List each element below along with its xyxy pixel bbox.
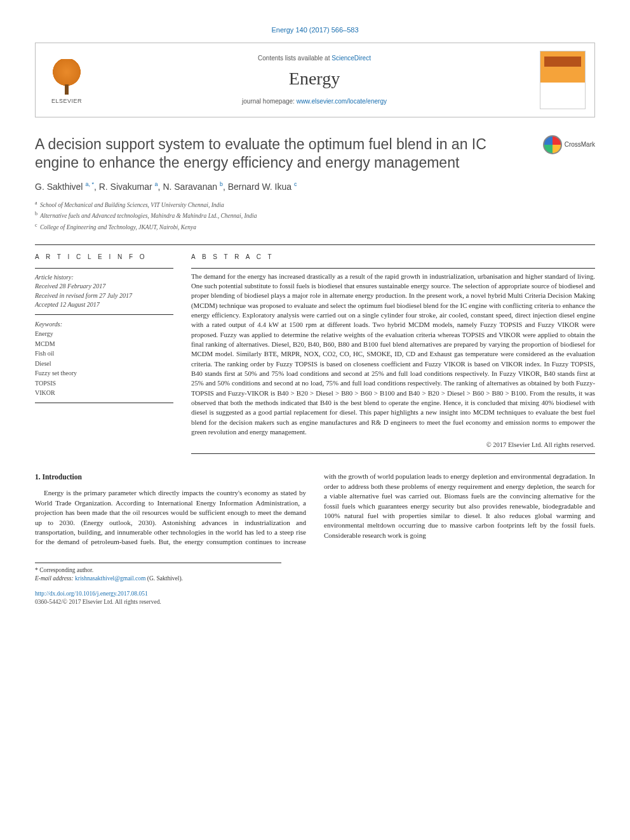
sciencedirect-link[interactable]: ScienceDirect xyxy=(332,55,371,62)
email-label: E-mail address: xyxy=(35,575,75,582)
author-email-link[interactable]: krishnasakthivel@gmail.com xyxy=(75,575,145,582)
contents-prefix: Contents lists available at xyxy=(258,55,332,62)
introduction-paragraph: Energy is the primary parameter which di… xyxy=(35,472,595,547)
affiliations-block: a School of Mechanical and Building Scie… xyxy=(35,199,595,232)
article-title: A decision support system to evaluate th… xyxy=(35,135,532,172)
corresponding-author-footnote: * Corresponding author. E-mail address: … xyxy=(35,563,281,583)
crossmark-widget[interactable]: CrossMark xyxy=(543,135,595,154)
journal-header-box: ELSEVIER Contents lists available at Sci… xyxy=(35,43,595,117)
email-person: (G. Sakthivel). xyxy=(145,575,183,582)
article-history: Article history: Received 28 February 20… xyxy=(35,269,173,314)
affiliation-line: c College of Engineering and Technology,… xyxy=(35,222,595,232)
article-info-heading: A R T I C L E I N F O xyxy=(35,245,173,268)
affiliation-line: b Alternative fuels and Advanced technol… xyxy=(35,210,595,220)
received-date: Received 28 February 2017 xyxy=(35,283,105,290)
journal-cover-thumbnail xyxy=(540,51,586,109)
homepage-prefix: journal homepage: xyxy=(242,98,297,105)
revised-date: Received in revised form 27 July 2017 xyxy=(35,292,132,299)
issn-copyright-line: 0360-5442/© 2017 Elsevier Ltd. All right… xyxy=(35,599,161,605)
keywords-block: Keywords: EnergyMCDMFish oilDieselFuzzy … xyxy=(35,315,173,403)
accepted-date: Accepted 12 August 2017 xyxy=(35,301,100,308)
journal-name: Energy xyxy=(99,67,530,91)
citation-header: Energy 140 (2017) 566–583 xyxy=(35,25,595,35)
crossmark-icon xyxy=(543,135,562,154)
introduction-section: 1. Introduction Energy is the primary pa… xyxy=(35,472,595,547)
abstract-column: A B S T R A C T The demand for the energ… xyxy=(191,245,595,454)
abstract-copyright: © 2017 Elsevier Ltd. All rights reserved… xyxy=(191,441,595,450)
journal-homepage-link[interactable]: www.elsevier.com/locate/energy xyxy=(297,98,387,105)
journal-homepage-line: journal homepage: www.elsevier.com/locat… xyxy=(99,97,530,106)
introduction-heading: 1. Introduction xyxy=(35,472,306,482)
affiliation-line: a School of Mechanical and Building Scie… xyxy=(35,199,595,210)
abstract-text: The demand for the energy has increased … xyxy=(191,269,595,437)
history-label: Article history: xyxy=(35,274,74,281)
corresponding-label: * Corresponding author. xyxy=(35,566,281,575)
doi-link[interactable]: http://dx.doi.org/10.1016/j.energy.2017.… xyxy=(35,590,148,597)
keywords-label: Keywords: xyxy=(35,319,173,330)
authors-line: G. Sakthivel a, *, R. Sivakumar a, N. Sa… xyxy=(35,180,595,193)
crossmark-label: CrossMark xyxy=(565,140,595,149)
contents-available-line: Contents lists available at ScienceDirec… xyxy=(99,54,530,63)
publisher-name: ELSEVIER xyxy=(51,97,82,105)
elsevier-logo: ELSEVIER xyxy=(44,55,89,105)
article-info-column: A R T I C L E I N F O Article history: R… xyxy=(35,245,173,454)
keywords-list: EnergyMCDMFish oilDieselFuzzy set theory… xyxy=(35,330,77,396)
elsevier-tree-icon xyxy=(48,59,86,96)
doi-footer: http://dx.doi.org/10.1016/j.energy.2017.… xyxy=(35,590,595,606)
abstract-heading: A B S T R A C T xyxy=(191,245,595,268)
